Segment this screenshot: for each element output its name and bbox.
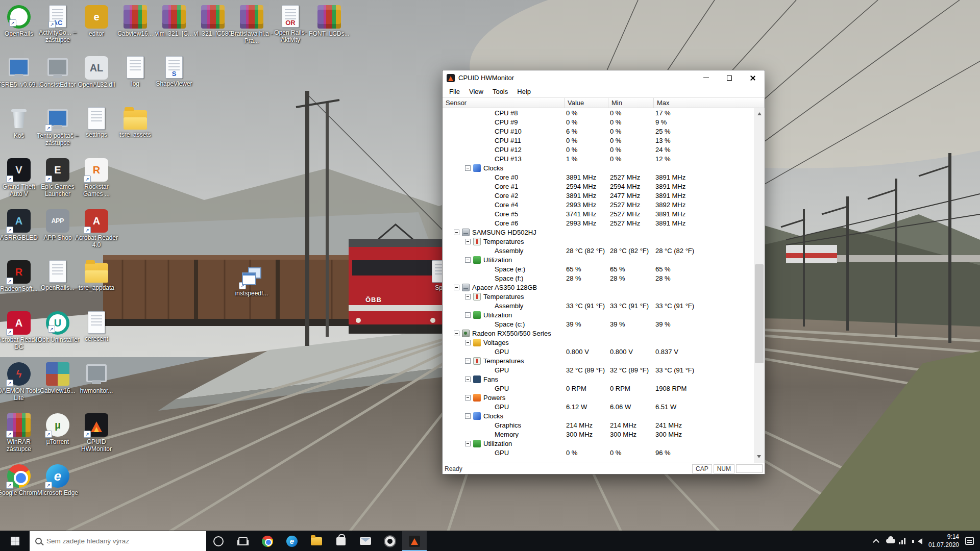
expand-toggle[interactable] <box>465 294 471 299</box>
column-header-min[interactable]: Min <box>608 98 654 108</box>
desktop-icon[interactable]: Bratislava hl.a - Pra... <box>229 5 274 45</box>
sensor-row[interactable]: GPU0 RPM0 RPM1908 RPM <box>443 384 754 393</box>
column-header-value[interactable]: Value <box>565 98 608 108</box>
expand-toggle[interactable] <box>465 395 471 400</box>
expand-toggle[interactable] <box>454 331 459 336</box>
desktop-icon[interactable]: tsre_appdata <box>74 260 119 291</box>
sensor-row[interactable]: Assembly33 °C (91 °F)33 °C (91 °F)33 °C … <box>443 301 754 310</box>
sensor-row[interactable]: GPU0.800 V0.800 V0.837 V <box>443 347 754 356</box>
sensor-row[interactable]: GPU32 °C (89 °F)32 °C (89 °F)33 °C (91 °… <box>443 365 754 374</box>
desktop-icon[interactable]: APPAPP Shop <box>35 209 80 241</box>
sensor-row[interactable]: Radeon RX550/550 Series <box>443 329 754 338</box>
sensor-row[interactable]: Core #23891 MHz2477 MHz3891 MHz <box>443 191 754 200</box>
expand-toggle[interactable] <box>465 340 471 345</box>
minimize-button[interactable] <box>694 70 718 85</box>
network-button[interactable] <box>901 531 909 551</box>
task-view-button[interactable] <box>231 531 255 551</box>
sensor-row[interactable]: Core #42993 MHz2527 MHz3892 MHz <box>443 200 754 209</box>
expand-toggle[interactable] <box>454 285 459 290</box>
sensor-row[interactable]: Space (f:)28 %28 %28 % <box>443 273 754 283</box>
sensor-row[interactable]: Space (c:)39 %39 %39 % <box>443 319 754 329</box>
close-button[interactable] <box>741 70 765 85</box>
desktop-icon[interactable]: R↗Rockstar Games ... <box>74 158 119 198</box>
title-bar[interactable]: CPUID HWMonitor <box>443 70 765 85</box>
desktop-icon[interactable]: vlm_321_[C... <box>152 5 197 37</box>
sensor-row[interactable]: Clocks <box>443 411 754 420</box>
desktop-icon[interactable]: log <box>113 56 158 87</box>
desktop-icon[interactable]: A↗Acrobat Reader 4.0 <box>74 209 119 249</box>
desktop-icon[interactable]: vl_321_[C580 <box>190 5 235 37</box>
desktop-icon[interactable]: µ↗µTorrent <box>35 413 80 445</box>
sensor-row[interactable]: Memory300 MHz300 MHz300 MHz <box>443 430 754 439</box>
volume-button[interactable] <box>915 531 922 551</box>
desktop-icon[interactable]: OpenRails... <box>35 260 80 291</box>
desktop-icon[interactable]: SShapeViewer <box>152 56 197 87</box>
expand-toggle[interactable] <box>465 441 471 446</box>
desktop-icon[interactable]: OROpen Rails-Aktivity <box>268 5 313 44</box>
maximize-button[interactable] <box>718 70 741 85</box>
desktop-icon[interactable]: E↗Epic Games Launcher <box>35 158 80 198</box>
hiddens-chevron-icon-button[interactable] <box>873 531 880 551</box>
sensor-row[interactable]: Space (e:)65 %65 %65 % <box>443 264 754 273</box>
action-center-button[interactable] <box>965 531 974 551</box>
sensor-row[interactable]: Fans <box>443 374 754 384</box>
taskbar-clock[interactable]: 9:14 01.07.2020 <box>928 533 959 549</box>
sensor-row[interactable]: Temperatures <box>443 292 754 301</box>
expand-toggle[interactable] <box>465 257 471 263</box>
menu-help[interactable]: Help <box>512 86 535 97</box>
sensor-row[interactable]: Clocks <box>443 163 754 172</box>
taskbar-search[interactable] <box>30 531 206 551</box>
scrollbar[interactable] <box>754 108 765 463</box>
sensor-row[interactable]: Core #53741 MHz2527 MHz3891 MHz <box>443 209 754 218</box>
scroll-up-button[interactable] <box>754 108 765 117</box>
sensor-row[interactable]: CPU #131 %0 %12 % <box>443 154 754 163</box>
desktop-icon[interactable]: Cabview16... <box>113 5 158 37</box>
sensor-row[interactable]: CPU #106 %0 %25 % <box>443 127 754 136</box>
desktop-icon[interactable]: settings <box>74 107 119 138</box>
search-input[interactable] <box>46 537 201 545</box>
edge-button[interactable] <box>280 531 304 551</box>
desktop-icon[interactable]: eeditor <box>74 5 119 37</box>
hwmonitor-taskbar-button[interactable] <box>402 531 427 551</box>
scrollbar-thumb[interactable] <box>755 264 764 364</box>
menu-tools[interactable]: Tools <box>488 86 512 97</box>
column-header-max[interactable]: Max <box>654 98 765 108</box>
sensor-row[interactable]: CPU #90 %0 %9 % <box>443 117 754 127</box>
desktop-icon[interactable]: ↗Tento počítač – zástupce <box>35 107 80 147</box>
desktop-icon[interactable]: cerecent <box>74 311 119 342</box>
expand-toggle[interactable] <box>465 165 471 171</box>
sensor-row[interactable]: Core #03891 MHz2527 MHz3891 MHz <box>443 172 754 182</box>
menu-view[interactable]: View <box>464 86 488 97</box>
sensor-row[interactable]: Graphics214 MHz214 MHz241 MHz <box>443 420 754 430</box>
cortana-button[interactable] <box>206 531 231 551</box>
desktop-icon[interactable]: ↗CPUID HWMonitor <box>74 413 119 453</box>
sensor-row[interactable]: GPU0 %0 %96 % <box>443 448 754 457</box>
desktop-icon[interactable]: ConsistEditor <box>35 56 80 88</box>
sensor-row[interactable]: Temperatures <box>443 237 754 246</box>
mail-button[interactable] <box>353 531 378 551</box>
sensor-row[interactable]: Apacer AS350 128GB <box>443 283 754 292</box>
desktop-icon[interactable]: Cabview16... <box>35 362 80 394</box>
expand-toggle[interactable] <box>465 377 471 382</box>
settings-button[interactable] <box>378 531 402 551</box>
expand-toggle[interactable] <box>465 239 471 244</box>
expand-toggle[interactable] <box>465 312 471 318</box>
desktop-icon[interactable]: ↗instspeedf... <box>229 265 274 297</box>
sensor-row[interactable]: Voltages <box>443 338 754 347</box>
expand-toggle[interactable] <box>465 358 471 364</box>
expand-toggle[interactable] <box>454 230 459 235</box>
desktop-icon[interactable]: U↗IObit Uninstaller <box>35 311 80 343</box>
scroll-down-icon[interactable] <box>757 455 761 460</box>
sensor-row[interactable]: CPU #110 %0 %13 % <box>443 136 754 145</box>
column-header-sensor[interactable]: Sensor <box>443 98 565 108</box>
chrome-button[interactable] <box>255 531 280 551</box>
desktop-icon[interactable]: ALOpenAL32.dll <box>74 56 119 88</box>
sensor-row[interactable]: Utilization <box>443 255 754 264</box>
sensor-row[interactable]: Temperatures <box>443 356 754 365</box>
desktop-icon[interactable]: AC↗ActivityCo... – zástupce <box>35 5 80 44</box>
sensor-row[interactable]: Assembly28 °C (82 °F)28 °C (82 °F)28 °C … <box>443 246 754 255</box>
menu-file[interactable]: File <box>445 86 464 97</box>
expand-toggle[interactable] <box>465 413 471 419</box>
sensor-row[interactable]: CPU #120 %0 %24 % <box>443 145 754 154</box>
file-explorer-button[interactable] <box>304 531 329 551</box>
